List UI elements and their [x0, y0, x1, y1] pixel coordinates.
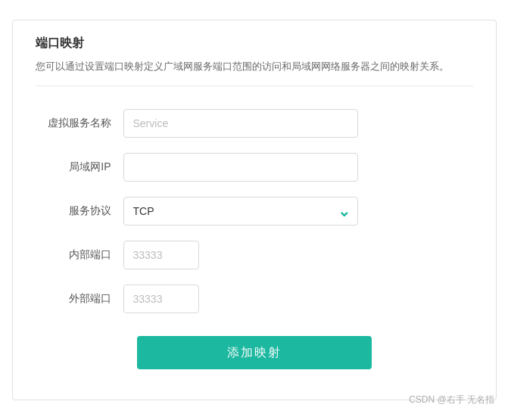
external-port-input[interactable] — [123, 285, 199, 313]
service-name-input[interactable] — [123, 109, 358, 138]
port-mapping-panel: 端口映射 您可以通过设置端口映射定义广域网服务端口范围的访问和局域网网络服务器之… — [12, 20, 497, 401]
external-port-row: 外部端口 — [36, 285, 473, 313]
protocol-label: 服务协议 — [36, 204, 111, 218]
service-name-label: 虚拟服务名称 — [36, 117, 111, 130]
protocol-select[interactable]: TCP UDP ALL — [123, 197, 358, 226]
service-name-row: 虚拟服务名称 — [36, 109, 473, 138]
internal-port-input[interactable] — [123, 241, 199, 269]
external-port-label: 外部端口 — [36, 292, 111, 306]
panel-title: 端口映射 — [36, 36, 473, 51]
lan-ip-row: 局域网IP — [36, 153, 473, 182]
protocol-row: 服务协议 TCP UDP ALL ⌄ — [36, 197, 473, 226]
submit-button[interactable]: 添加映射 — [137, 336, 372, 369]
lan-ip-input[interactable] — [123, 153, 358, 182]
form-container: 虚拟服务名称 局域网IP 服务协议 TCP UDP ALL ⌄ 内部端口 — [36, 101, 473, 377]
lan-ip-label: 局域网IP — [36, 160, 111, 174]
panel-description: 您可以通过设置端口映射定义广域网服务端口范围的访问和局域网网络服务器之间的映射关… — [36, 59, 473, 87]
internal-port-label: 内部端口 — [36, 248, 111, 262]
watermark-text: CSDN @右手 无名指 — [409, 394, 494, 406]
internal-port-row: 内部端口 — [36, 241, 473, 269]
submit-row: 添加映射 — [36, 336, 473, 369]
protocol-select-wrapper: TCP UDP ALL ⌄ — [123, 197, 358, 226]
